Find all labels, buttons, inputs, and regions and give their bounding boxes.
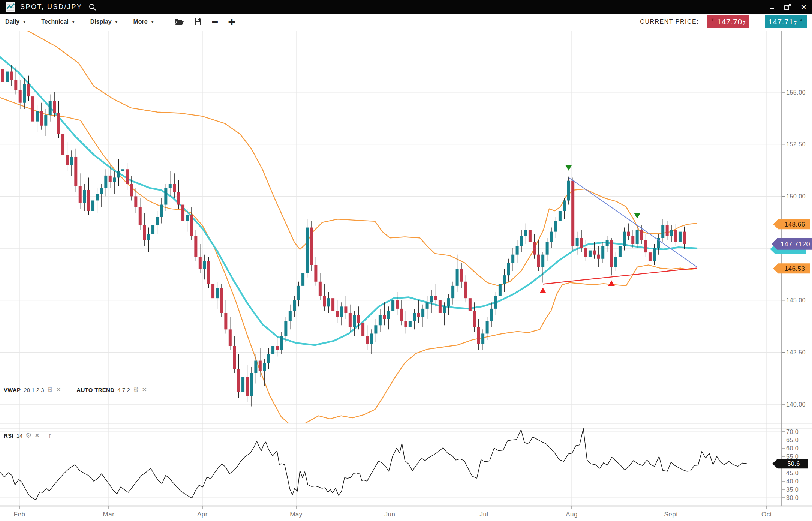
svg-text:Jun: Jun	[385, 511, 396, 518]
app-chart-icon	[5, 2, 16, 12]
arrow-down-icon: ▼	[710, 17, 715, 22]
svg-text:146.53: 146.53	[785, 265, 805, 272]
vwap-indicator-label: VWAP	[4, 387, 21, 393]
svg-text:Apr: Apr	[197, 511, 208, 518]
chevron-down-icon: ▼	[22, 20, 26, 24]
svg-text:147.7120: 147.7120	[781, 240, 810, 248]
chevron-down-icon: ▼	[115, 20, 118, 24]
svg-text:50.6: 50.6	[787, 461, 800, 467]
menu-technical[interactable]: Technical▼	[41, 18, 75, 25]
svg-text:40.0: 40.0	[786, 478, 799, 485]
svg-text:Jul: Jul	[479, 511, 488, 518]
menu-timeframe[interactable]: Daily▼	[5, 18, 26, 25]
ask-price-badge: 147.717 ▲	[765, 15, 807, 28]
svg-text:Feb: Feb	[14, 511, 25, 518]
svg-text:150.00: 150.00	[786, 193, 806, 200]
close-icon[interactable]: ✕	[142, 386, 147, 393]
svg-text:140.00: 140.00	[786, 401, 806, 408]
current-price-group: CURRENT PRICE: ▼ 147.707 147.717 ▲	[640, 15, 807, 28]
svg-text:155.00: 155.00	[786, 89, 806, 96]
svg-text:Mar: Mar	[103, 511, 115, 518]
window-controls: ✕	[769, 3, 807, 12]
zoom-out-button[interactable]: −	[212, 16, 219, 27]
svg-text:45.0: 45.0	[786, 470, 799, 476]
svg-text:Sept: Sept	[664, 511, 678, 518]
popout-button[interactable]	[784, 3, 791, 11]
move-pane-up-icon[interactable]: ↑	[48, 431, 52, 440]
svg-text:30.0: 30.0	[786, 495, 799, 501]
zoom-in-button[interactable]: +	[228, 16, 235, 27]
close-icon[interactable]: ✕	[35, 432, 40, 439]
indicator-labels-row: VWAP 20 1 2 3 ⚙ ✕ AUTO TREND 4 7 2 ⚙ ✕	[4, 386, 147, 394]
svg-text:142.50: 142.50	[786, 349, 806, 356]
search-icon[interactable]	[88, 3, 97, 11]
rsi-indicator-label: RSI	[4, 432, 13, 439]
rsi-labels-row: RSI 14 ⚙ ✕ ↑	[4, 431, 52, 440]
svg-text:65.0: 65.0	[786, 437, 799, 443]
gear-icon[interactable]: ⚙	[133, 386, 139, 394]
window-title: SPOT, USD/JPY	[20, 3, 82, 11]
svg-text:35.0: 35.0	[786, 486, 799, 493]
title-bar: SPOT, USD/JPY ✕	[0, 0, 812, 14]
svg-text:60.0: 60.0	[786, 445, 799, 452]
auto-trend-indicator-label: AUTO TREND	[76, 387, 114, 393]
svg-text:Oct: Oct	[761, 511, 772, 518]
arrow-up-icon: ▲	[799, 17, 803, 22]
svg-text:55.0: 55.0	[786, 453, 799, 460]
rsi-value-tag: 50.6	[772, 459, 808, 468]
svg-text:Aug: Aug	[566, 511, 578, 518]
chevron-down-icon: ▼	[151, 20, 154, 24]
menu-more[interactable]: More▼	[133, 18, 154, 25]
svg-text:148.66: 148.66	[785, 221, 805, 228]
gear-icon[interactable]: ⚙	[47, 386, 53, 394]
trading-app-window: FebMarAprMayJunJulAugSeptOct155.00152.50…	[0, 0, 812, 521]
open-folder-icon[interactable]	[174, 18, 184, 26]
last-price-tag: 147.7120	[772, 238, 812, 250]
price-chart-canvas[interactable]: FebMarAprMayJunJulAugSeptOct155.00152.50…	[0, 0, 812, 521]
svg-text:152.50: 152.50	[786, 141, 806, 147]
current-price-label: CURRENT PRICE:	[640, 18, 699, 25]
bid-price-badge: ▼ 147.707	[707, 15, 749, 28]
lower-band-tag: 146.53	[773, 263, 810, 273]
chevron-down-icon: ▼	[72, 20, 75, 24]
upper-band-tag: 148.66	[773, 219, 810, 229]
minimize-button[interactable]	[769, 4, 775, 10]
svg-text:70.0: 70.0	[786, 429, 799, 435]
save-icon[interactable]	[194, 18, 202, 26]
chart-toolbar: Daily▼ Technical▼ Display▼ More▼ − +	[0, 14, 812, 30]
menu-display[interactable]: Display▼	[90, 18, 118, 25]
svg-text:145.00: 145.00	[786, 297, 806, 303]
close-icon[interactable]: ✕	[800, 3, 807, 12]
gear-icon[interactable]: ⚙	[26, 431, 32, 440]
svg-text:May: May	[290, 511, 303, 518]
close-icon[interactable]: ✕	[56, 386, 61, 393]
